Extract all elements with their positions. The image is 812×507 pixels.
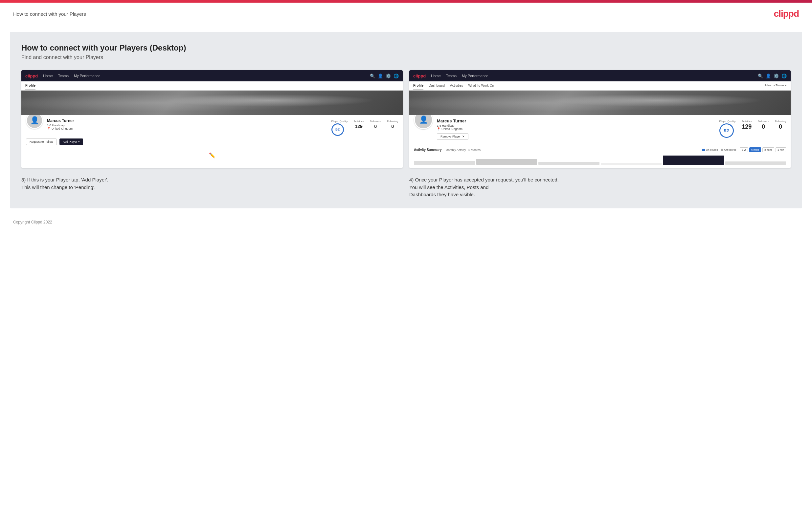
screenshots-container: clippd Home Teams My Performance 🔍 👤 ⚙️ … [21, 70, 791, 168]
nav-myperformance-1[interactable]: My Performance [74, 74, 101, 78]
caption-4-text: 4) Once your Player has accepted your re… [409, 176, 791, 199]
activities-stat-1: Activities 129 [353, 120, 364, 129]
profile-stats-2: Player Quality 92 Activities 129 Followe… [719, 118, 786, 138]
profile-details-2: Marcus Turner 1-5 Handicap 📍 United King… [437, 118, 715, 140]
main-subtitle: Find and connect with your Players [21, 54, 791, 60]
activity-header: Activity Summary Monthly Activity · 6 Mo… [414, 147, 786, 152]
tab-profile-1[interactable]: Profile [25, 81, 36, 90]
marcus-turner-dropdown[interactable]: Marcus Turner ▾ [765, 81, 787, 90]
bar-6 [725, 161, 786, 165]
nav-logo-2: clippd [413, 73, 426, 78]
followers-stat-2: Followers 0 [758, 120, 769, 130]
followers-stat-1: Followers 0 [370, 120, 381, 129]
nav-home-1[interactable]: Home [43, 74, 53, 78]
pen-icon: ✏️ [209, 152, 215, 159]
settings-icon-2[interactable]: ⚙️ [773, 73, 779, 78]
page-header: How to connect with your Players clippd [0, 3, 812, 25]
app-tabs-1: Profile [21, 81, 403, 91]
tab-activities-2[interactable]: Activities [450, 81, 463, 90]
profile-top-1: 👤 Marcus Turner 1-5 Handicap 📍 United Ki… [26, 118, 398, 136]
off-course-dot [721, 149, 723, 151]
copyright-text: Copyright Clippd 2022 [13, 220, 52, 224]
globe-icon-2[interactable]: 🌐 [781, 73, 787, 78]
activities-stat-2: Activities 129 [742, 120, 752, 130]
hero-overlay-1 [21, 91, 403, 115]
bar-4 [601, 163, 662, 165]
bar-1 [414, 161, 475, 165]
nav-home-2[interactable]: Home [431, 74, 441, 78]
quality-circle-1: 92 [332, 123, 344, 136]
profile-stats-1: Player Quality 92 Activities 129 Followe… [332, 118, 398, 136]
profile-top-2: 👤 Marcus Turner 1-5 Handicap 📍 United Ki… [414, 118, 786, 140]
globe-icon-1[interactable]: 🌐 [394, 73, 399, 78]
caption-4: 4) Once your Player has accepted your re… [409, 176, 791, 199]
page-title: How to connect with your Players [13, 11, 86, 17]
player-name-2: Marcus Turner [437, 118, 715, 123]
nav-teams-1[interactable]: Teams [58, 74, 69, 78]
bar-3 [539, 162, 600, 165]
quality-circle-2: 92 [719, 123, 734, 138]
bar-2 [476, 159, 538, 165]
quality-stat-1: Player Quality 92 [332, 120, 348, 136]
avatar-icon-1: 👤 [30, 116, 39, 125]
request-follow-button[interactable]: Request to Follow [26, 138, 57, 145]
app-tabs-2: Profile Dashboard Activities What To Wor… [409, 81, 791, 91]
player-handicap-1: 1-5 Handicap [47, 124, 327, 127]
tab-whattoworkon-2[interactable]: What To Work On [468, 81, 494, 90]
activity-summary: Activity Summary Monthly Activity · 6 Mo… [409, 144, 791, 168]
profile-actions-1: Request to Follow Add Player + [26, 138, 398, 145]
activity-title: Activity Summary [414, 148, 442, 152]
on-course-dot [702, 149, 705, 151]
player-handicap-2: 1-5 Handicap [437, 124, 715, 127]
main-title: How to connect with your Players (Deskto… [21, 43, 791, 53]
profile-details-1: Marcus Turner 1-5 Handicap 📍 United King… [47, 118, 327, 130]
following-stat-2: Following 0 [775, 120, 786, 130]
profile-hero-1 [21, 91, 403, 115]
search-icon-2[interactable]: 🔍 [758, 73, 763, 78]
activity-chart [414, 155, 786, 165]
nav-icons-1: 🔍 👤 ⚙️ 🌐 [370, 73, 399, 78]
user-icon-1[interactable]: 👤 [378, 73, 383, 78]
filter-1mth[interactable]: 1 mth [775, 147, 786, 152]
clippd-logo: clippd [774, 8, 799, 19]
filter-6mths[interactable]: 6 mths [749, 147, 761, 152]
app-nav-2: clippd Home Teams My Performance 🔍 👤 ⚙️ … [409, 70, 791, 81]
location-icon-2: 📍 [437, 127, 441, 130]
app-nav-1: clippd Home Teams My Performance 🔍 👤 ⚙️ … [21, 70, 403, 81]
on-course-legend: On course [702, 148, 718, 151]
tab-profile-2[interactable]: Profile [413, 81, 423, 90]
nav-myperformance-2[interactable]: My Performance [462, 74, 489, 78]
bar-5 [663, 156, 724, 165]
settings-icon-1[interactable]: ⚙️ [386, 73, 391, 78]
player-location-1: 📍 United Kingdom [47, 127, 327, 130]
filter-3mths[interactable]: 3 mths [762, 147, 774, 152]
top-accent-bar [0, 0, 812, 3]
nav-teams-2[interactable]: Teams [446, 74, 457, 78]
add-player-button[interactable]: Add Player + [59, 138, 83, 145]
nav-logo-1: clippd [25, 73, 38, 78]
user-icon-2[interactable]: 👤 [766, 73, 771, 78]
off-course-legend: Off course [721, 148, 737, 151]
screenshot-1: clippd Home Teams My Performance 🔍 👤 ⚙️ … [21, 70, 403, 168]
screenshot-bottom-1: ✏️ [21, 149, 403, 162]
screenshot-2: clippd Home Teams My Performance 🔍 👤 ⚙️ … [409, 70, 791, 168]
caption-3: 3) If this is your Player tap, 'Add Play… [21, 176, 403, 199]
hero-overlay-2 [409, 91, 791, 115]
page-footer: Copyright Clippd 2022 [0, 215, 812, 229]
location-icon-1: 📍 [47, 127, 51, 130]
avatar-icon-2: 👤 [419, 115, 428, 124]
main-content: How to connect with your Players (Deskto… [10, 32, 802, 208]
player-location-2: 📍 United Kingdom [437, 127, 715, 130]
activity-legend: On course Off course [702, 148, 737, 151]
search-icon-1[interactable]: 🔍 [370, 73, 375, 78]
caption-3-text: 3) If this is your Player tap, 'Add Play… [21, 176, 403, 191]
profile-hero-2 [409, 91, 791, 115]
following-stat-1: Following 0 [387, 120, 398, 129]
filter-1yr[interactable]: 1 yr [740, 147, 748, 152]
remove-player-button[interactable]: Remove Player ✕ [437, 133, 468, 140]
tab-dashboard-2[interactable]: Dashboard [429, 81, 445, 90]
activity-period: Monthly Activity · 6 Months [445, 148, 480, 152]
captions-container: 3) If this is your Player tap, 'Add Play… [21, 176, 791, 199]
activity-filters: On course Off course 1 yr 6 mths 3 mths … [702, 147, 786, 152]
profile-info-2: 👤 Marcus Turner 1-5 Handicap 📍 United Ki… [409, 115, 791, 144]
